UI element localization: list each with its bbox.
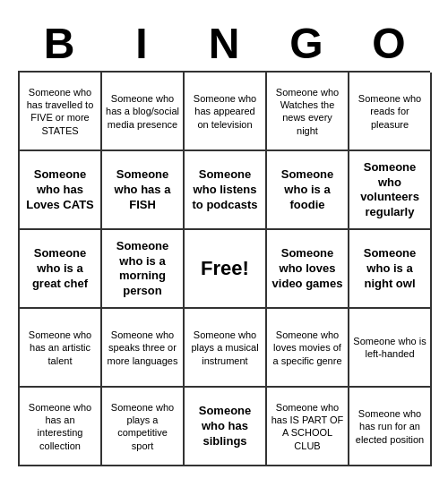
bingo-cell-16[interactable]: Someone who speaks three or more languag… [102, 309, 185, 388]
bingo-cell-7[interactable]: Someone who listens to podcasts [185, 151, 267, 230]
bingo-letter-n: N [185, 21, 263, 68]
bingo-cell-22[interactable]: Someone who has siblings [185, 388, 267, 466]
bingo-card: BINGO Someone who has travelled to FIVE … [9, 12, 439, 476]
bingo-letter-o: O [349, 21, 428, 68]
bingo-cell-13[interactable]: Someone who loves video games [267, 230, 349, 309]
bingo-cell-8[interactable]: Someone who is a foodie [267, 151, 349, 230]
bingo-cell-0[interactable]: Someone who has travelled to FIVE or mor… [20, 73, 102, 151]
bingo-cell-19[interactable]: Someone who is left-handed [349, 309, 432, 388]
bingo-cell-5[interactable]: Someone who has Loves CATS [20, 151, 102, 230]
bingo-cell-14[interactable]: Someone who is a night owl [349, 230, 432, 309]
bingo-cell-4[interactable]: Someone who reads for pleasure [349, 73, 432, 151]
bingo-cell-3[interactable]: Someone who Watches the news every night [267, 73, 349, 151]
bingo-cell-24[interactable]: Someone who has run for an elected posit… [349, 388, 432, 466]
bingo-cell-10[interactable]: Someone who is a great chef [20, 230, 102, 309]
bingo-header: BINGO [18, 21, 430, 68]
bingo-cell-17[interactable]: Someone who plays a musical instrument [185, 309, 267, 388]
bingo-cell-23[interactable]: Someone who has IS PART OF A SCHOOL CLUB [267, 388, 349, 466]
bingo-cell-11[interactable]: Someone who is a morning person [102, 230, 185, 309]
bingo-letter-i: I [102, 21, 181, 68]
free-space[interactable]: Free! [185, 230, 267, 309]
bingo-cell-18[interactable]: Someone who loves movies of a specific g… [267, 309, 349, 388]
bingo-cell-6[interactable]: Someone who has a FISH [102, 151, 185, 230]
bingo-letter-b: B [20, 21, 99, 68]
bingo-grid: Someone who has travelled to FIVE or mor… [18, 71, 430, 466]
bingo-cell-2[interactable]: Someone who has appeared on television [185, 73, 267, 151]
bingo-letter-g: G [267, 21, 346, 68]
bingo-cell-15[interactable]: Someone who has an artistic talent [20, 309, 102, 388]
bingo-cell-9[interactable]: Someone who volunteers regularly [349, 151, 432, 230]
bingo-cell-20[interactable]: Someone who has an interesting collectio… [20, 388, 102, 466]
bingo-cell-1[interactable]: Someone who has a blog/social media pres… [102, 73, 185, 151]
bingo-cell-21[interactable]: Someone who plays a competitive sport [102, 388, 185, 466]
